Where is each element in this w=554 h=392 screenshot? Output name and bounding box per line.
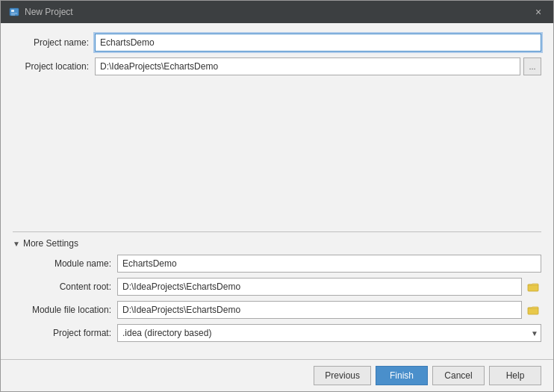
browse-button[interactable]: ...	[523, 57, 541, 75]
project-location-label: Project location:	[13, 61, 95, 72]
module-file-location-label: Module file location:	[13, 305, 117, 315]
cancel-button[interactable]: Cancel	[432, 366, 485, 385]
svg-rect-4	[528, 284, 538, 291]
dialog-icon	[8, 6, 20, 18]
more-settings-section: ▼ More Settings Module name: Content r	[13, 231, 541, 347]
more-settings-label: More Settings	[23, 238, 78, 249]
spacer	[13, 81, 541, 231]
finish-button[interactable]: Finish	[376, 366, 428, 385]
project-format-input-wrap: .idea (directory based) .ipr (file based…	[117, 324, 541, 342]
content-root-browse-button[interactable]	[525, 279, 541, 295]
project-location-input-wrap: ...	[95, 57, 541, 75]
project-location-row: Project location: ...	[13, 57, 541, 75]
title-bar: New Project ×	[1, 1, 553, 23]
dialog-title: New Project	[25, 7, 73, 17]
help-button[interactable]: Help	[489, 366, 541, 385]
dialog-content: Project name: Project location: ... ▼ Mo…	[1, 23, 553, 359]
module-file-location-input[interactable]	[117, 301, 522, 319]
more-settings-content: Module name: Content root:	[13, 255, 541, 342]
project-name-row: Project name:	[13, 34, 541, 52]
module-file-location-input-wrap	[117, 301, 541, 319]
module-name-label: Module name:	[13, 258, 117, 269]
svg-rect-1	[11, 10, 14, 12]
project-format-row: Project format: .idea (directory based) …	[13, 324, 541, 342]
previous-button[interactable]: Previous	[314, 366, 371, 385]
module-name-input-wrap	[117, 255, 541, 273]
project-location-input[interactable]	[95, 57, 520, 75]
content-root-label: Content root:	[13, 281, 117, 292]
svg-rect-5	[528, 308, 538, 314]
project-format-label: Project format:	[13, 328, 117, 338]
dialog-footer: Previous Finish Cancel Help	[1, 359, 553, 391]
close-button[interactable]: ×	[531, 4, 546, 19]
svg-rect-0	[10, 8, 19, 16]
project-format-select[interactable]: .idea (directory based) .ipr (file based…	[117, 324, 541, 342]
module-name-input[interactable]	[117, 255, 541, 273]
module-name-row: Module name:	[13, 255, 541, 273]
content-root-input[interactable]	[117, 278, 522, 296]
expand-icon: ▼	[13, 240, 20, 248]
more-settings-header[interactable]: ▼ More Settings	[13, 232, 541, 255]
module-file-location-browse-button[interactable]	[525, 302, 541, 318]
module-file-location-row: Module file location:	[13, 301, 541, 319]
content-root-input-wrap	[117, 278, 541, 296]
content-root-row: Content root:	[13, 278, 541, 296]
title-bar-left: New Project	[8, 6, 73, 18]
new-project-dialog: New Project × Project name: Project loca…	[0, 0, 554, 392]
project-name-input[interactable]	[95, 34, 541, 52]
project-name-label: Project name:	[13, 37, 95, 48]
project-name-input-wrap	[95, 34, 541, 52]
project-format-select-wrap: .idea (directory based) .ipr (file based…	[117, 324, 541, 342]
